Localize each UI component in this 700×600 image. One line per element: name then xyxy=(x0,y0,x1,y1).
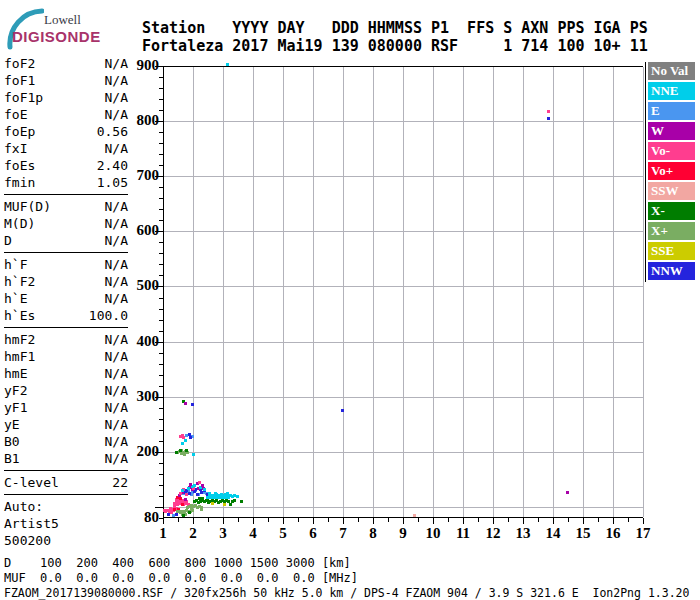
param-value: N/A xyxy=(105,198,128,215)
x-axis-tick xyxy=(403,518,404,524)
gridline-vertical xyxy=(283,67,284,517)
param-row-foe: foEN/A xyxy=(4,106,128,123)
param-row-yf1: yF1N/A xyxy=(4,399,128,416)
x-axis-tick xyxy=(613,518,614,524)
data-point xyxy=(179,449,182,452)
param-label: h`E xyxy=(4,290,27,307)
data-point xyxy=(220,493,223,496)
x-axis-minor-tick xyxy=(208,518,209,522)
data-point xyxy=(179,492,182,495)
lowell-digisonde-logo: Lowell DIGISONDE xyxy=(6,4,136,50)
header-line-1: Station YYYY DAY DDD HHMMSS P1 FFS S AXN… xyxy=(142,19,648,37)
data-point xyxy=(184,402,187,405)
param-label: B0 xyxy=(4,433,20,450)
x-axis-tick xyxy=(283,518,284,524)
param-row-ye: yEN/A xyxy=(4,416,128,433)
x-axis-tick xyxy=(343,518,344,524)
y-axis-minor-tick xyxy=(159,496,163,497)
y-axis-minor-tick xyxy=(159,275,163,276)
param-row-fof1p: foF1pN/A xyxy=(4,89,128,106)
x-axis-label: 6 xyxy=(303,525,323,542)
parameter-panel: foF2N/A foF1N/A foF1pN/A foEN/A foEp0.56… xyxy=(4,55,128,549)
gridline-vertical xyxy=(403,67,404,517)
artist-version: Artist5 xyxy=(4,515,128,532)
data-point xyxy=(184,439,187,442)
y-axis-minor-tick xyxy=(159,88,163,89)
logo-text-lowell: Lowell xyxy=(44,12,81,28)
gridline-vertical xyxy=(343,67,344,517)
x-axis-minor-tick xyxy=(328,518,329,522)
x-axis-tick xyxy=(433,518,434,524)
param-label: foEs xyxy=(4,157,35,174)
muf-row: MUF 0.0 0.0 0.0 0.0 0.0 0.0 0.0 0.0 [MHz… xyxy=(4,571,358,585)
legend-item-vo: Vo- xyxy=(648,142,695,160)
param-row-foep: foEp0.56 xyxy=(4,123,128,140)
y-axis-label: 600 xyxy=(119,222,159,239)
gridline-horizontal xyxy=(164,452,643,453)
param-label: M(D) xyxy=(4,215,35,232)
separator xyxy=(4,194,128,195)
param-row-hes: h`Es100.0 xyxy=(4,307,128,324)
x-axis-tick xyxy=(253,518,254,524)
y-axis-minor-tick xyxy=(159,110,163,111)
param-label: yE xyxy=(4,416,20,433)
x-axis-minor-tick xyxy=(358,518,359,522)
gridline-horizontal xyxy=(164,176,643,177)
y-axis-minor-tick xyxy=(159,132,163,133)
y-axis-tick xyxy=(155,507,163,508)
param-value: N/A xyxy=(105,365,128,382)
y-axis-minor-tick xyxy=(159,375,163,376)
gridline-vertical xyxy=(253,67,254,517)
data-point xyxy=(203,488,206,491)
y-axis-minor-tick xyxy=(159,320,163,321)
data-point xyxy=(211,502,214,505)
param-value: N/A xyxy=(105,89,128,106)
data-point xyxy=(191,403,194,406)
gridline-vertical xyxy=(463,67,464,517)
param-row-b0: B0N/A xyxy=(4,433,128,450)
gridline-horizontal xyxy=(164,286,643,287)
data-point xyxy=(175,513,178,516)
param-row-m-d: M(D)N/A xyxy=(4,215,128,232)
data-point xyxy=(229,503,232,506)
y-axis-label: 900 xyxy=(119,57,159,74)
gridline-horizontal xyxy=(164,231,643,232)
legend-item-e: E xyxy=(648,102,695,120)
param-label: foE xyxy=(4,106,27,123)
data-point xyxy=(188,511,191,514)
data-point xyxy=(226,63,229,66)
artist-code: 500200 xyxy=(4,532,128,549)
gridline-horizontal xyxy=(164,342,643,343)
x-axis-label: 17 xyxy=(633,525,653,542)
y-axis-label: 700 xyxy=(119,167,159,184)
y-axis-minor-tick xyxy=(159,253,163,254)
param-value: N/A xyxy=(105,416,128,433)
x-axis-tick xyxy=(193,518,194,524)
param-row-hmf2: hmF2N/A xyxy=(4,331,128,348)
data-point xyxy=(187,487,190,490)
x-axis-tick xyxy=(583,518,584,524)
param-label: foF2 xyxy=(4,55,35,72)
x-axis-label: 13 xyxy=(513,525,533,542)
x-axis-minor-tick xyxy=(388,518,389,522)
data-point xyxy=(172,514,175,517)
data-point xyxy=(185,493,188,496)
y-axis-minor-tick xyxy=(159,209,163,210)
x-axis-label: 15 xyxy=(573,525,593,542)
gridline-vertical xyxy=(613,67,614,517)
x-axis-label: 9 xyxy=(393,525,413,542)
y-axis-minor-tick xyxy=(159,441,163,442)
param-label: MUF(D) xyxy=(4,198,51,215)
x-axis-tick xyxy=(313,518,314,524)
param-label: hmF1 xyxy=(4,348,35,365)
data-point xyxy=(169,507,172,510)
x-axis-tick xyxy=(553,518,554,524)
gridline-vertical xyxy=(193,67,194,517)
y-axis-minor-tick xyxy=(159,353,163,354)
param-value: 22 xyxy=(112,474,128,491)
data-point xyxy=(200,506,203,509)
param-row-hf: h`FN/A xyxy=(4,256,128,273)
param-row-hmf1: hmF1N/A xyxy=(4,348,128,365)
y-axis-minor-tick xyxy=(159,386,163,387)
param-row-yf2: yF2N/A xyxy=(4,382,128,399)
